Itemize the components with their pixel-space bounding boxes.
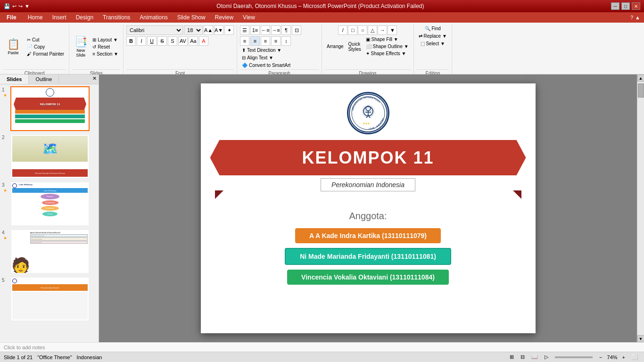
slide-img-3[interactable]: Latar Belakang Latar Belakang Pelayanan …: [10, 181, 90, 226]
slide-thumb-5[interactable]: 5 Pemerintahan Daerah: [2, 277, 97, 321]
text-direction-icon: ⬆: [242, 48, 246, 53]
slide-frame[interactable]: UNIVERSITAS DHYANA PURA UNDHIRA - BALI: [201, 83, 536, 333]
italic-btn[interactable]: I: [137, 36, 146, 46]
font-size-select[interactable]: 18: [184, 25, 203, 35]
menu-home[interactable]: Home: [23, 12, 48, 23]
shape-oval-btn[interactable]: ○: [358, 25, 367, 35]
file-menu-btn[interactable]: File: [0, 12, 23, 23]
line-spacing-btn[interactable]: ↕: [281, 36, 291, 46]
rtl-btn[interactable]: ¶: [281, 25, 291, 35]
align-left-btn[interactable]: ≡: [240, 36, 249, 46]
indent-less-btn[interactable]: ←≡: [261, 25, 270, 35]
menu-view[interactable]: View: [238, 12, 260, 23]
new-slide-btn[interactable]: 📑 NewSlide: [72, 36, 89, 58]
underline-btn[interactable]: U: [147, 36, 157, 46]
text-direction-btn[interactable]: ⬆ Text Direction ▼: [240, 47, 283, 53]
slide-img-5[interactable]: Pemerintahan Daerah: [10, 277, 90, 321]
clear-format-btn[interactable]: ✦: [224, 25, 234, 35]
convert-smartart-btn[interactable]: 🔷 Convert to SmartArt: [240, 62, 292, 68]
shadow-btn[interactable]: S: [168, 36, 177, 46]
maximize-btn[interactable]: □: [621, 2, 630, 10]
shape-line-btn[interactable]: /: [338, 25, 347, 35]
strikethrough-btn[interactable]: S: [157, 36, 167, 46]
menu-slideshow[interactable]: Slide Show: [173, 12, 210, 23]
font-shrink-btn[interactable]: A▼: [214, 25, 223, 35]
align-text-btn[interactable]: ⊟ Align Text ▼: [240, 55, 275, 61]
font-name-select[interactable]: Calibri: [126, 25, 183, 35]
section-btn[interactable]: ≡ Section ▼: [91, 51, 120, 57]
zoom-out-btn[interactable]: −: [597, 354, 604, 361]
char-spacing-btn[interactable]: AV: [178, 36, 188, 46]
zoom-slider[interactable]: [555, 356, 593, 358]
slideshow-btn[interactable]: ▷: [543, 354, 550, 361]
customize-qa-btn[interactable]: ▼: [25, 3, 30, 9]
select-btn[interactable]: ⬚ Select ▼: [419, 41, 447, 47]
align-center-btn[interactable]: ≡: [250, 36, 260, 46]
slide-img-1[interactable]: KELOMPOK 11 Perekonomian Indonesia: [10, 86, 90, 131]
bold-btn[interactable]: B: [126, 36, 136, 46]
menu-review[interactable]: Review: [210, 12, 238, 23]
paste-btn[interactable]: 📋 Paste: [3, 38, 24, 56]
shape-more-btn[interactable]: ▼: [388, 25, 397, 35]
slide-thumb-2[interactable]: 2 🗺️ Otonomi Daerah & Otonomi Khusus: [2, 134, 97, 179]
arrange-btn[interactable]: Arrange: [325, 43, 346, 49]
copy-btn[interactable]: 📄 Copy: [25, 44, 66, 50]
tab-outline[interactable]: Outline: [29, 74, 59, 84]
right-scrollbar[interactable]: ▲ ▼: [637, 74, 644, 342]
reading-view-btn[interactable]: 📖: [529, 354, 540, 361]
redo-qa-btn[interactable]: ↪: [18, 3, 23, 9]
tab-slides[interactable]: Slides: [0, 74, 29, 84]
zoom-in-btn[interactable]: +: [620, 354, 627, 361]
notes-bar[interactable]: Click to add notes: [0, 342, 644, 352]
col-btn[interactable]: ⊡: [292, 25, 301, 35]
justify-btn[interactable]: ≡: [271, 36, 281, 46]
shape-outline-btn[interactable]: ⬜ Shape Outline ▼: [364, 43, 411, 49]
font-grow-btn[interactable]: A▲: [204, 25, 213, 35]
slide-sorter-btn[interactable]: ⊟: [519, 354, 527, 361]
scroll-down-btn[interactable]: ▼: [637, 335, 644, 342]
quick-access-toolbar[interactable]: 💾 ↩ ↪ ▼: [4, 3, 30, 9]
window-controls[interactable]: ─ □ ✕: [611, 2, 640, 10]
format-painter-btn[interactable]: 🖌 Format Painter: [25, 51, 66, 57]
quick-styles-btn[interactable]: QuickStyles: [347, 41, 363, 52]
undo-qa-btn[interactable]: ↩: [12, 3, 17, 9]
reset-btn[interactable]: ↺ Reset: [91, 44, 120, 50]
normal-view-btn[interactable]: ⊞: [508, 354, 516, 361]
shape-fill-btn[interactable]: ▣ Shape Fill ▼: [364, 36, 411, 42]
menu-animations[interactable]: Animations: [135, 12, 172, 23]
slide-thumb-3[interactable]: 3 ★ Latar Belakang Latar Belakang Pelaya…: [2, 181, 97, 226]
slide-img-2[interactable]: 🗺️ Otonomi Daerah & Otonomi Khusus: [10, 134, 90, 179]
case-btn[interactable]: Aa: [189, 36, 198, 46]
close-btn[interactable]: ✕: [632, 2, 640, 10]
menu-transitions[interactable]: Transitions: [98, 12, 135, 23]
align-right-btn[interactable]: ≡: [261, 36, 270, 46]
slide-thumb-1[interactable]: 1 ★ KELOMPOK 11 Perekonomian Indonesia: [2, 86, 97, 131]
menu-insert[interactable]: Insert: [48, 12, 71, 23]
shape-arrow-btn[interactable]: →: [378, 25, 387, 35]
scroll-track[interactable]: [637, 82, 644, 335]
replace-btn[interactable]: ⇄ Replace ▼: [417, 33, 449, 39]
scroll-thumb[interactable]: [638, 83, 644, 98]
shape-effects-btn[interactable]: ✦ Shape Effects ▼: [364, 50, 411, 57]
slide-thumb-4[interactable]: 4 ★ 🧑 Apa itu Otonomi Daerah & Otonomi K…: [2, 229, 97, 274]
layout-btn[interactable]: ⊞ Layout ▼: [91, 37, 120, 43]
help-btn[interactable]: ?: [630, 15, 633, 20]
slide-img-4[interactable]: 🧑 Apa itu Otonomi Daerah & Otonomi Khusu…: [10, 229, 90, 274]
bullet-list-btn[interactable]: ☰: [240, 25, 249, 35]
slide-canvas-area[interactable]: UNIVERSITAS DHYANA PURA UNDHIRA - BALI: [99, 74, 637, 342]
numbered-list-btn[interactable]: 1≡: [250, 25, 260, 35]
fit-window-btn[interactable]: ⬜: [630, 354, 640, 361]
cut-btn[interactable]: ✂ Cut: [25, 37, 66, 43]
sidebar-close-btn[interactable]: ✕: [91, 74, 99, 84]
reset-icon: ↺: [92, 44, 96, 49]
font-color-btn[interactable]: A: [199, 36, 208, 46]
scroll-up-btn[interactable]: ▲: [637, 74, 644, 82]
ribbon-collapse-btn[interactable]: ▲: [635, 15, 640, 20]
minimize-btn[interactable]: ─: [611, 2, 619, 10]
shape-rect-btn[interactable]: □: [348, 25, 357, 35]
menu-design[interactable]: Design: [71, 12, 98, 23]
find-btn[interactable]: 🔍 Find: [423, 25, 443, 32]
indent-more-btn[interactable]: →≡: [271, 25, 281, 35]
shape-tri-btn[interactable]: △: [368, 25, 377, 35]
save-qa-btn[interactable]: 💾: [4, 3, 10, 9]
